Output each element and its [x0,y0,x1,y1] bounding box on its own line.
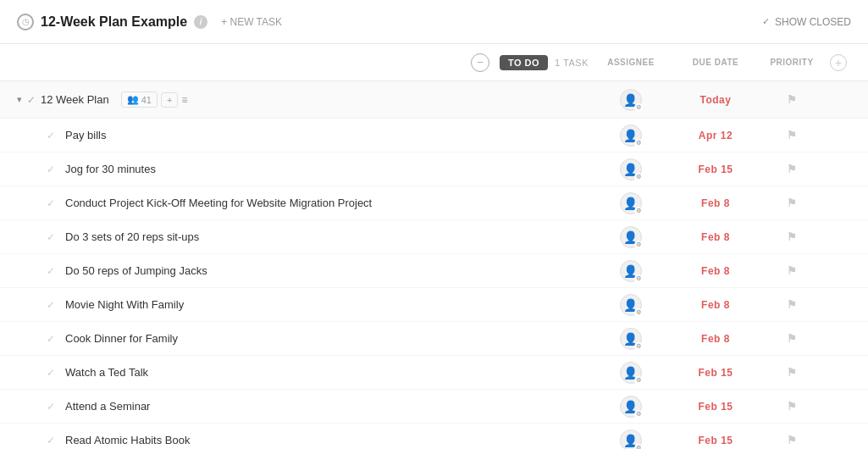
task-row[interactable]: ✓ Movie Night With Family 👤 ⚙ Feb 8 ⚑ [0,288,868,322]
group-assignee: 👤 ⚙ [589,89,673,111]
task-due-date: Feb 8 [673,299,758,311]
task-name: Do 50 reps of Jumping Jacks [65,264,207,277]
task-due-date: Feb 8 [673,265,758,277]
task-avatar: 👤 ⚙ [620,226,642,248]
task-assignee: 👤 ⚙ [589,294,673,316]
group-meta: 👥 41 + ≡ [121,91,188,108]
task-row[interactable]: ✓ Jog for 30 minutes 👤 ⚙ Feb 15 ⚑ [0,152,868,186]
avatar-gear-icon: ⚙ [634,103,643,112]
avatar-gear-icon: ⚙ [634,207,643,215]
chevron-down-icon[interactable]: ▾ [17,94,22,105]
task-check-icon[interactable]: ✓ [47,401,58,413]
task-group-row: ▾ ✓ 12 Week Plan 👥 41 + ≡ 👤 ⚙ Today ⚑ [0,81,868,119]
task-priority-flag: ⚑ [758,197,826,209]
task-priority-flag: ⚑ [758,230,826,243]
task-left: ✓ Cook Dinner for Family [47,332,589,345]
task-left: ✓ Pay bills [47,129,589,141]
avatar-gear-icon: ⚙ [634,241,643,249]
task-priority-flag: ⚑ [758,434,826,446]
due-date-col-header: DUE DATE [673,58,758,67]
task-rows-container: ✓ Pay bills 👤 ⚙ Apr 12 ⚑ ✓ Jog for 30 mi… [0,119,868,449]
add-column-button[interactable]: + [826,54,851,71]
priority-col-header: PRIORITY [758,58,826,67]
task-left: ✓ Read Atomic Habits Book [47,434,589,446]
task-assignee: 👤 ⚙ [589,260,673,282]
task-check-icon[interactable]: ✓ [47,130,58,141]
header-left: ◷ 12-Week Plan Example i + NEW TASK [17,13,762,31]
task-left: ✓ Watch a Ted Talk [47,366,589,379]
add-col-icon[interactable]: + [830,54,847,71]
avatar-gear-icon: ⚙ [634,173,643,181]
task-name: Cook Dinner for Family [65,332,178,345]
status-column-header: − TO DO 1 TASK [17,53,589,72]
show-closed-button[interactable]: ✓ SHOW CLOSED [762,16,851,28]
group-add-button[interactable]: + [161,92,178,108]
task-assignee: 👤 ⚙ [589,362,673,384]
task-check-icon[interactable]: ✓ [47,333,58,345]
task-due-date: Feb 15 [673,164,758,175]
avatar-gear-icon: ⚙ [634,274,643,283]
task-assignee: 👤 ⚙ [589,430,673,450]
task-row[interactable]: ✓ Cook Dinner for Family 👤 ⚙ Feb 8 ⚑ [0,322,868,356]
task-name: Do 3 sets of 20 reps sit-ups [65,230,199,243]
task-row[interactable]: ✓ Pay bills 👤 ⚙ Apr 12 ⚑ [0,119,868,152]
task-row[interactable]: ✓ Do 3 sets of 20 reps sit-ups 👤 ⚙ Feb 8… [0,220,868,254]
task-assignee: 👤 ⚙ [589,125,673,147]
task-row[interactable]: ✓ Read Atomic Habits Book 👤 ⚙ Feb 15 ⚑ [0,424,868,449]
task-row[interactable]: ✓ Watch a Ted Talk 👤 ⚙ Feb 15 ⚑ [0,356,868,390]
task-name: Conduct Project Kick-Off Meeting for Web… [65,197,372,209]
task-check-icon[interactable]: ✓ [47,265,58,277]
task-due-date: Apr 12 [673,130,758,141]
avatar-gear-icon: ⚙ [634,308,643,317]
task-avatar: 👤 ⚙ [620,362,642,384]
task-assignee: 👤 ⚙ [589,396,673,418]
check-icon: ✓ [762,16,770,27]
task-check-icon[interactable]: ✓ [47,164,58,175]
collapse-button[interactable]: − [471,53,489,72]
task-row[interactable]: ✓ Conduct Project Kick-Off Meeting for W… [0,186,868,220]
task-row[interactable]: ✓ Attend a Seminar 👤 ⚙ Feb 15 ⚑ [0,390,868,424]
task-assignee: 👤 ⚙ [589,192,673,214]
task-due-date: Feb 8 [673,197,758,209]
task-due-date: Feb 15 [673,367,758,379]
task-left: ✓ Do 50 reps of Jumping Jacks [47,264,589,277]
task-name: Jog for 30 minutes [65,163,156,175]
task-priority-flag: ⚑ [758,332,826,345]
task-due-date: Feb 8 [673,231,758,243]
task-count: 1 TASK [555,58,589,68]
task-avatar: 👤 ⚙ [620,328,642,350]
avatar-gear-icon: ⚙ [634,342,643,351]
task-assignee: 👤 ⚙ [589,158,673,180]
avatar-gear-icon: ⚙ [634,444,643,450]
task-check-icon[interactable]: ✓ [47,435,58,446]
avatar-gear-icon: ⚙ [634,376,643,385]
group-members-button[interactable]: 👥 41 [121,91,158,108]
group-priority-flag: ⚑ [758,93,826,106]
task-avatar: 👤 ⚙ [620,260,642,282]
task-avatar: 👤 ⚙ [620,396,642,418]
task-check-icon[interactable]: ✓ [47,367,58,379]
task-left: ✓ Jog for 30 minutes [47,163,589,175]
task-left: ✓ Movie Night With Family [47,298,589,311]
task-due-date: Feb 15 [673,401,758,413]
assignee-col-header: ASSIGNEE [589,58,673,67]
task-avatar: 👤 ⚙ [620,192,642,214]
task-check-icon[interactable]: ✓ [47,197,58,209]
table-header: − TO DO 1 TASK ASSIGNEE DUE DATE PRIORIT… [0,44,868,81]
page-title: 12-Week Plan Example [41,14,187,30]
task-row[interactable]: ✓ Do 50 reps of Jumping Jacks 👤 ⚙ Feb 8 … [0,254,868,288]
task-left: ✓ Do 3 sets of 20 reps sit-ups [47,230,589,243]
info-icon[interactable]: i [194,15,207,29]
header: ◷ 12-Week Plan Example i + NEW TASK ✓ SH… [0,0,868,44]
task-avatar: 👤 ⚙ [620,430,642,450]
list-view-icon[interactable]: ≡ [181,94,187,106]
group-check-icon[interactable]: ✓ [27,94,36,106]
group-name: 12 Week Plan [41,93,109,106]
task-check-icon[interactable]: ✓ [47,231,58,243]
task-due-date: Feb 8 [673,333,758,345]
task-check-icon[interactable]: ✓ [47,299,58,311]
members-icon: 👥 [127,94,139,105]
new-task-button[interactable]: + NEW TASK [214,13,289,31]
task-name: Attend a Seminar [65,400,150,413]
task-priority-flag: ⚑ [758,129,826,141]
